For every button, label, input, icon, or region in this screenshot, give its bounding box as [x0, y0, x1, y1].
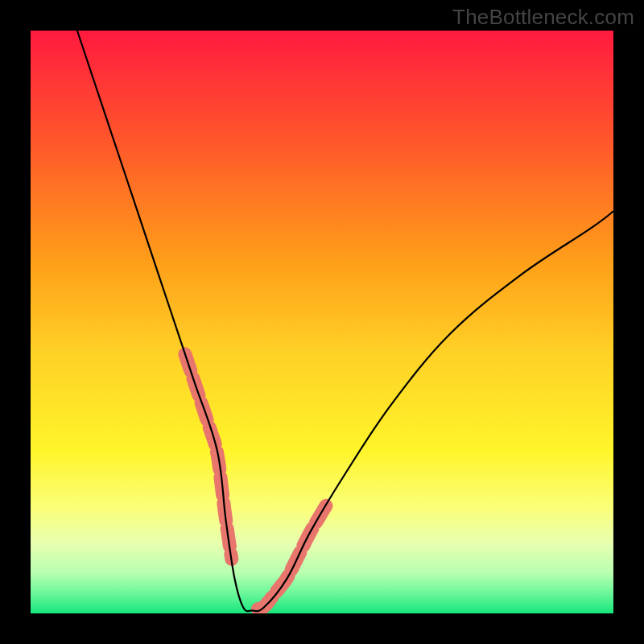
chart-frame: TheBottleneck.com — [0, 0, 644, 644]
chart-svg — [0, 0, 644, 644]
watermark-text: TheBottleneck.com — [452, 5, 634, 30]
plot-background — [31, 31, 613, 613]
